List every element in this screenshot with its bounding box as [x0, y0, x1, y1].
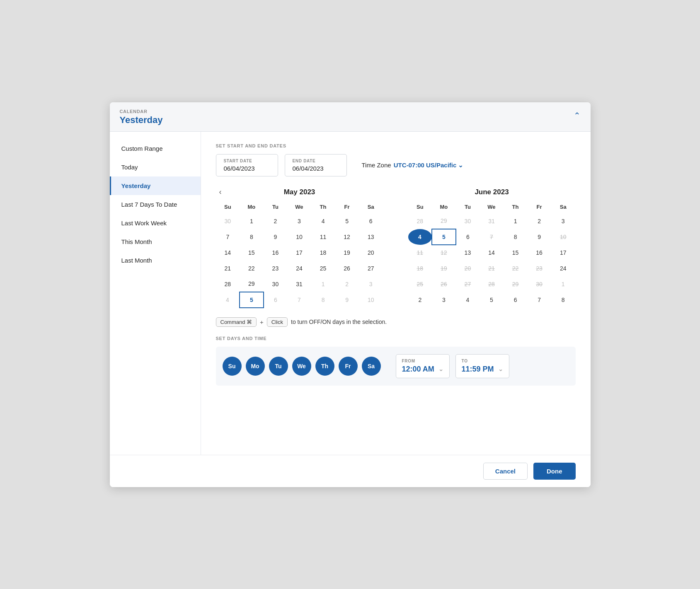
table-row[interactable]: 26 [335, 261, 359, 276]
table-row[interactable]: 6 [456, 229, 480, 245]
table-row[interactable]: 12 [432, 245, 456, 261]
table-row[interactable]: 12 [335, 229, 359, 245]
table-row[interactable]: 5 [480, 292, 504, 308]
start-date-box[interactable]: START DATE 06/04/2023 [216, 154, 278, 176]
table-row[interactable]: 30 [264, 276, 288, 292]
table-row[interactable]: 17 [287, 245, 311, 261]
table-row[interactable]: 8 [551, 292, 575, 308]
table-row[interactable]: 23 [527, 261, 551, 276]
sidebar-item-yesterday[interactable]: Yesterday [110, 176, 201, 195]
table-row[interactable]: 21 [480, 261, 504, 276]
table-row[interactable]: 4 [216, 292, 240, 308]
table-row[interactable]: 22 [240, 261, 264, 276]
day-mo[interactable]: Mo [246, 357, 265, 376]
day-th[interactable]: Th [315, 357, 334, 376]
to-time-selector[interactable]: TO 11:59 PM ⌄ [455, 354, 509, 378]
table-row[interactable]: 30 [216, 213, 240, 229]
collapse-icon[interactable]: ⌃ [574, 111, 581, 121]
sidebar-item-today[interactable]: Today [110, 158, 201, 176]
table-row[interactable]: 5 [432, 229, 456, 245]
table-row[interactable]: 24 [287, 261, 311, 276]
table-row[interactable]: 1 [504, 213, 528, 229]
table-row[interactable]: 8 [311, 292, 335, 308]
table-row[interactable]: 28 [408, 213, 432, 229]
table-row[interactable]: 15 [504, 245, 528, 261]
table-row[interactable]: 29 [432, 213, 456, 229]
table-row[interactable]: 1 [311, 276, 335, 292]
table-row[interactable]: 14 [480, 245, 504, 261]
table-row[interactable]: 29 [504, 276, 528, 292]
table-row[interactable]: 5 [335, 213, 359, 229]
table-row[interactable]: 9 [335, 292, 359, 308]
end-date-box[interactable]: END DATE 06/04/2023 [285, 154, 347, 176]
table-row[interactable]: 7 [216, 229, 240, 245]
table-row[interactable]: 9 [527, 229, 551, 245]
table-row[interactable]: 2 [264, 213, 288, 229]
table-row[interactable]: 24 [551, 261, 575, 276]
sidebar-item-last7days[interactable]: Last 7 Days To Date [110, 195, 201, 214]
table-row[interactable]: 18 [311, 245, 335, 261]
table-row[interactable]: 3 [551, 213, 575, 229]
table-row[interactable]: 2 [408, 292, 432, 308]
table-row[interactable]: 15 [240, 245, 264, 261]
table-row[interactable]: 4 [408, 229, 432, 245]
from-time-selector[interactable]: FROM 12:00 AM ⌄ [396, 354, 450, 378]
table-row[interactable]: 8 [240, 229, 264, 245]
table-row[interactable]: 2 [527, 213, 551, 229]
table-row[interactable]: 25 [408, 276, 432, 292]
table-row[interactable]: 31 [480, 213, 504, 229]
table-row[interactable]: 11 [408, 245, 432, 261]
sidebar-item-thismonth[interactable]: This Month [110, 232, 201, 251]
table-row[interactable]: 7 [287, 292, 311, 308]
table-row[interactable]: 10 [551, 229, 575, 245]
table-row[interactable]: 18 [408, 261, 432, 276]
table-row[interactable]: 17 [551, 245, 575, 261]
table-row[interactable]: 26 [432, 276, 456, 292]
day-su[interactable]: Su [223, 357, 242, 376]
sidebar-item-lastmonth[interactable]: Last Month [110, 251, 201, 270]
table-row[interactable]: 27 [456, 276, 480, 292]
table-row[interactable]: 25 [311, 261, 335, 276]
table-row[interactable]: 13 [456, 245, 480, 261]
table-row[interactable]: 6 [504, 292, 528, 308]
table-row[interactable]: 30 [527, 276, 551, 292]
table-row[interactable]: 19 [335, 245, 359, 261]
day-sa[interactable]: Sa [362, 357, 381, 376]
table-row[interactable]: 16 [264, 245, 288, 261]
table-row[interactable]: 4 [456, 292, 480, 308]
table-row[interactable]: 7 [527, 292, 551, 308]
day-tu[interactable]: Tu [269, 357, 288, 376]
table-row[interactable]: 11 [311, 229, 335, 245]
table-row[interactable]: 2 [335, 276, 359, 292]
table-row[interactable]: 27 [359, 261, 383, 276]
done-button[interactable]: Done [533, 463, 576, 480]
table-row[interactable]: 30 [456, 213, 480, 229]
table-row[interactable]: 3 [359, 276, 383, 292]
table-row[interactable]: 20 [359, 245, 383, 261]
table-row[interactable]: 21 [216, 261, 240, 276]
sidebar-item-custom-range[interactable]: Custom Range [110, 139, 201, 158]
table-row[interactable]: 31 [287, 276, 311, 292]
day-we[interactable]: We [292, 357, 311, 376]
table-row[interactable]: 23 [264, 261, 288, 276]
table-row[interactable]: 6 [264, 292, 288, 308]
sidebar-item-lastworkweek[interactable]: Last Work Week [110, 214, 201, 232]
day-fr[interactable]: Fr [339, 357, 358, 376]
table-row[interactable]: 8 [504, 229, 528, 245]
table-row[interactable]: 6 [359, 213, 383, 229]
table-row[interactable]: 14 [216, 245, 240, 261]
table-row[interactable]: 5 [240, 292, 264, 308]
timezone-selector[interactable]: UTC-07:00 US/Pacific ⌄ [394, 162, 464, 169]
table-row[interactable]: 19 [432, 261, 456, 276]
cancel-button[interactable]: Cancel [483, 463, 528, 480]
table-row[interactable]: 1 [551, 276, 575, 292]
table-row[interactable]: 4 [311, 213, 335, 229]
table-row[interactable]: 9 [264, 229, 288, 245]
table-row[interactable]: 20 [456, 261, 480, 276]
table-row[interactable]: 16 [527, 245, 551, 261]
table-row[interactable]: 10 [287, 229, 311, 245]
table-row[interactable]: 13 [359, 229, 383, 245]
table-row[interactable]: 10 [359, 292, 383, 308]
table-row[interactable]: 3 [287, 213, 311, 229]
table-row[interactable]: 28 [480, 276, 504, 292]
